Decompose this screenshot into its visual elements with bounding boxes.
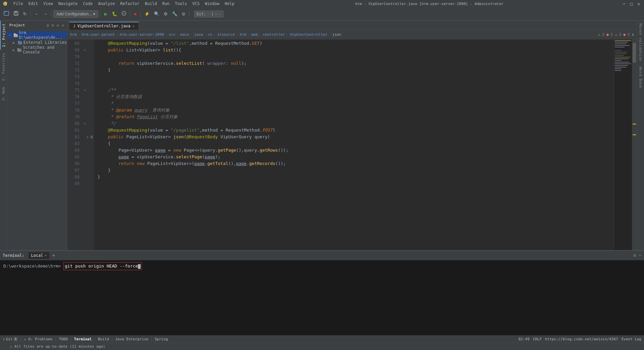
expand-arrow[interactable]: ∧ <box>632 32 634 37</box>
sidebar-close-btn[interactable]: ✕ <box>61 23 65 28</box>
editor-scrollbar[interactable] <box>632 39 637 250</box>
toolbar-btn-7[interactable]: ⚡ <box>143 10 151 17</box>
menu-tools[interactable]: Tools <box>172 1 190 7</box>
menu-analyze[interactable]: Analyze <box>95 1 118 7</box>
bc-server[interactable]: hrm-user-server-1090 <box>120 32 164 37</box>
status-build[interactable]: Build <box>98 337 109 341</box>
toolbar-sync-btn[interactable]: ↻ <box>21 10 28 17</box>
close-btn[interactable]: ✕ <box>636 1 641 6</box>
sidebar-settings-btn[interactable]: ⚙ <box>45 23 50 28</box>
status-todo[interactable]: TODO <box>59 337 68 341</box>
bc-java[interactable]: java <box>194 32 203 37</box>
menu-file[interactable]: File <box>11 1 26 7</box>
tree-node-scratches-label: Scratches and Console <box>23 45 67 54</box>
terminal-settings-btn[interactable]: ⚙ <box>633 253 636 258</box>
svg-rect-9 <box>14 33 16 35</box>
fold-75[interactable]: ⊖ <box>82 87 88 94</box>
v-tab-web[interactable]: 3: Web <box>0 84 7 104</box>
fold-80[interactable]: ⊖ <box>82 120 88 127</box>
terminal-prompt: D:\workspace\demo\hrm> <box>3 264 61 269</box>
menu-edit[interactable]: Edit <box>26 1 41 7</box>
code-line-85: page = vipUserService.selectPage(page); <box>98 154 614 160</box>
tree-node-hrm[interactable]: ▾ hrm D:\workspace\de... <box>7 31 67 39</box>
toolbar-save-btn[interactable] <box>12 10 20 18</box>
status-terminal[interactable]: Terminal <box>74 337 92 341</box>
run-btn[interactable]: ▶ <box>103 10 109 17</box>
toolbar-btn-9[interactable]: ⚙ <box>162 10 169 17</box>
code-79: * @return PageList 分页对象 <box>98 114 178 120</box>
gutter-row-81 <box>82 127 94 134</box>
bc-hrm[interactable]: hrm <box>70 32 77 37</box>
terminal-close-btn[interactable]: ✕ <box>44 253 47 257</box>
status-url[interactable]: https://blog.csdn.net/weixin/4367 <box>545 337 618 341</box>
terminal-body[interactable]: D:\workspace\demo\hrm> git push origin H… <box>0 260 644 335</box>
fold-69[interactable]: ⊖ <box>82 47 88 53</box>
gutter-row-71 <box>82 60 94 67</box>
bc-hrm-parent[interactable]: hrm-user-parent <box>82 32 115 37</box>
sidebar-collapse-btn[interactable]: ⊖ <box>56 23 60 28</box>
v-tab-favorites[interactable]: 2: Favorites <box>0 50 7 83</box>
tab-label: VipUserController.java <box>77 24 131 28</box>
menu-navigate[interactable]: Navigate <box>56 1 80 7</box>
menu-window[interactable]: Window <box>202 1 222 7</box>
gutter-row-79 <box>82 114 94 120</box>
status-git[interactable]: ↑ Git 6 <box>3 337 18 341</box>
status-sep-5: | <box>111 337 113 341</box>
toolbar-forward-btn[interactable]: → <box>41 10 49 17</box>
git-check-icon: ✓ <box>207 12 210 16</box>
coverage-btn[interactable] <box>120 10 128 18</box>
status-position[interactable]: 82:49 <box>518 337 529 341</box>
tree-node-scratches[interactable]: ▶ Scratches and Console <box>7 46 67 53</box>
bc-web[interactable]: web <box>251 32 258 37</box>
add-terminal-btn[interactable]: + <box>51 252 57 258</box>
gutter-row-88 <box>82 174 94 180</box>
menu-build[interactable]: Build <box>142 1 160 7</box>
terminal-tab-local[interactable]: Local ✕ <box>28 252 49 259</box>
bc-itsource[interactable]: itsource <box>217 32 235 37</box>
bc-hrm2[interactable]: hrm <box>240 32 247 37</box>
bc-vipuserctrl[interactable]: VipUserController <box>290 32 328 37</box>
bc-cn[interactable]: cn <box>208 32 212 37</box>
v-tab-project[interactable]: 1: Project <box>0 21 7 50</box>
app: IJ File Edit View Navigate Code Analyze … <box>0 0 644 350</box>
close-tab-btn[interactable]: ✕ <box>133 24 135 28</box>
minimize-btn[interactable]: ─ <box>622 1 627 6</box>
terminal-minimize-btn[interactable]: ─ <box>639 253 641 258</box>
menu-vcs[interactable]: VCS <box>190 1 202 7</box>
code-editor[interactable]: @RequestMapping(value = "/list",method =… <box>94 39 614 250</box>
menu-help[interactable]: Help <box>222 1 237 7</box>
bc-controller[interactable]: controller <box>263 32 285 37</box>
svg-rect-22 <box>615 55 624 56</box>
maximize-btn[interactable]: □ <box>629 1 634 6</box>
toolbar-btn-11[interactable]: ⊘ <box>180 10 187 17</box>
terminal-command-input[interactable]: git push origin HEAD --force <box>63 262 142 270</box>
rv-tab-wordbook[interactable]: Word Book <box>637 64 644 91</box>
toolbar-btn-10[interactable]: 🔧 <box>170 10 179 17</box>
status-event-log[interactable]: Event Log <box>621 337 641 341</box>
menu-code[interactable]: Code <box>80 1 96 7</box>
bc-src[interactable]: src <box>169 32 176 37</box>
rv-tab-maven[interactable]: Maven validation <box>637 21 644 64</box>
git-badge[interactable]: Git: ✓ | ↑ ✓ <box>194 11 223 17</box>
toolbar-back-btn[interactable]: ← <box>33 10 40 17</box>
menu-run[interactable]: Run <box>160 1 172 7</box>
tab-vipusercontroller[interactable]: J VipUserController.java ✕ <box>69 22 139 30</box>
toolbar-btn-8[interactable]: 🔍 <box>152 10 161 17</box>
title-bar: IJ File Edit View Navigate Code Analyze … <box>0 0 644 7</box>
main-content: 1: Project 2: Favorites 3: Web Project ⚙… <box>0 21 644 250</box>
debug-btn[interactable]: 🐛 <box>110 10 119 17</box>
menu-view[interactable]: View <box>41 1 56 7</box>
menu-refactor[interactable]: Refactor <box>118 1 142 7</box>
err-82: ⚠ <box>87 134 90 140</box>
code-line-69: public List<VipUser> list(){ <box>98 47 614 53</box>
bc-main[interactable]: main <box>180 32 189 37</box>
scroll-thumb[interactable] <box>633 43 636 63</box>
status-encoding[interactable]: CRLF <box>533 337 542 341</box>
status-problems[interactable]: ⚠ 6: Problems <box>24 337 53 341</box>
status-spring[interactable]: Spring <box>155 337 168 341</box>
stop-btn[interactable]: ■ <box>132 10 138 17</box>
toolbar-project-btn[interactable] <box>2 10 11 18</box>
status-java-enterprise[interactable]: Java Enterprise <box>115 337 148 341</box>
sidebar-expand-btn[interactable]: ⊕ <box>50 23 55 28</box>
add-configuration-btn[interactable]: Add Configuration... ▾ <box>53 10 98 18</box>
